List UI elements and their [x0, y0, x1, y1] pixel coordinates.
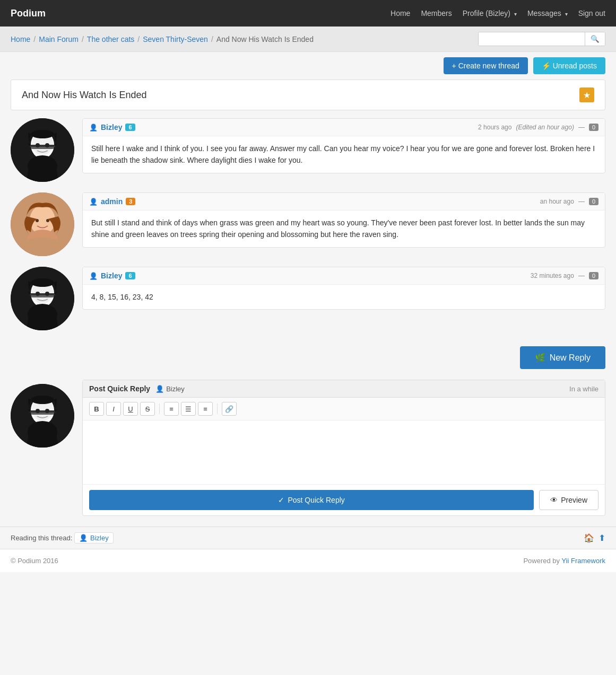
user-icon: 👤 — [89, 272, 98, 280]
breadcrumb-home[interactable]: Home — [11, 35, 30, 43]
home-icon[interactable]: 🏠 — [584, 533, 594, 543]
reading-username: Bizley — [90, 534, 109, 542]
reply-editor[interactable] — [83, 420, 605, 484]
post-bubble: 👤 Bizley 6 2 hours ago (Edited an hour a… — [82, 118, 605, 173]
svg-rect-19 — [29, 293, 56, 295]
brand: Podium — [11, 8, 46, 19]
post-number: 0 — [589, 198, 598, 205]
svg-point-30 — [45, 409, 49, 413]
post-time: 2 hours ago — [478, 124, 511, 131]
strikethrough-button[interactable]: S — [140, 402, 155, 416]
editor-toolbar: B I U S ≡ ☰ ≡ 🔗 — [83, 398, 605, 420]
post-content: Still here I wake and I think of you. I … — [83, 136, 605, 173]
nav-signout[interactable]: Sign out — [578, 9, 605, 17]
qr-title: Post Quick Reply — [89, 384, 150, 393]
qr-time: In a while — [569, 385, 598, 393]
svg-point-5 — [36, 143, 40, 147]
link-button[interactable]: 🔗 — [222, 402, 237, 416]
qr-user: 👤 Bizley — [155, 385, 185, 393]
check-icon: ✓ — [278, 496, 284, 504]
breadcrumb-other-cats[interactable]: The other cats — [87, 35, 135, 43]
post-author: 👤 admin 3 — [89, 197, 135, 206]
table-row: 👤 admin 3 an hour ago — 0 But still I st… — [11, 192, 605, 256]
svg-point-8 — [31, 130, 54, 138]
quick-reply-row: Post Quick Reply 👤 Bizley In a while B I… — [0, 380, 616, 516]
breadcrumb-sep-1: / — [33, 35, 36, 43]
eye-icon: 👁 — [550, 496, 558, 504]
nav-profile[interactable]: Profile (Bizley) ▾ — [463, 9, 517, 17]
breadcrumb: Home / Main Forum / The other cats / Sev… — [11, 35, 314, 43]
breadcrumb-bar: Home / Main Forum / The other cats / Sev… — [0, 27, 616, 52]
post-meta-sep: — — [578, 198, 585, 205]
profile-dropdown-icon: ▾ — [514, 11, 517, 17]
avatar — [11, 192, 74, 256]
svg-rect-28 — [29, 410, 56, 413]
username[interactable]: Bizley — [101, 271, 122, 280]
preview-button[interactable]: 👁 Preview — [539, 490, 598, 510]
new-reply-button[interactable]: 🌿 New Reply — [520, 346, 605, 369]
post-number: 0 — [589, 124, 598, 131]
reading-label-area: Reading this thread: 👤 Bizley — [11, 532, 114, 543]
bold-button[interactable]: B — [89, 402, 104, 416]
nav-messages[interactable]: Messages ▾ — [527, 9, 568, 17]
post-content: But still I stand and think of days when… — [83, 211, 605, 247]
underline-button[interactable]: U — [123, 402, 138, 416]
post-time: an hour ago — [540, 198, 574, 205]
post-edited: (Edited an hour ago) — [516, 124, 574, 131]
up-icon[interactable]: ⬆ — [598, 533, 605, 543]
reading-icons: 🏠 ⬆ — [584, 533, 605, 543]
new-reply-bar: 🌿 New Reply — [0, 341, 616, 374]
post-header: 👤 Bizley 6 2 hours ago (Edited an hour a… — [83, 119, 605, 136]
search-button[interactable]: 🔍 — [585, 32, 605, 46]
breadcrumb-sep-3: / — [137, 35, 140, 43]
qr-header: Post Quick Reply 👤 Bizley In a while — [83, 380, 605, 398]
search-input[interactable] — [479, 32, 585, 46]
post-meta-sep: — — [578, 272, 585, 279]
svg-rect-4 — [29, 145, 56, 147]
leaf-icon: 🌿 — [535, 353, 545, 363]
avatar — [11, 118, 74, 182]
breadcrumb-seven-thirty-seven[interactable]: Seven Thirty-Seven — [143, 35, 208, 43]
powered-by: Powered by Yii Framework — [523, 557, 605, 565]
unordered-list-button[interactable]: ☰ — [181, 402, 196, 416]
qr-username: Bizley — [166, 385, 185, 393]
post-author: 👤 Bizley 6 — [89, 123, 135, 132]
quick-reply-box: Post Quick Reply 👤 Bizley In a while B I… — [82, 380, 605, 516]
action-bar: + Create new thread ⚡ Unread posts — [0, 52, 616, 80]
reading-label: Reading this thread: — [11, 534, 72, 542]
create-thread-button[interactable]: + Create new thread — [444, 57, 528, 74]
nav-menu: Home Members Profile (Bizley) ▾ Messages… — [391, 9, 605, 17]
framework-link[interactable]: Yii Framework — [561, 557, 605, 565]
post-bubble: 👤 Bizley 6 32 minutes ago — 0 4, 8, 15, … — [82, 267, 605, 310]
qr-user-icon: 👤 — [155, 385, 164, 393]
ordered-list-button[interactable]: ≡ — [164, 402, 179, 416]
nav-members[interactable]: Members — [421, 9, 452, 17]
copyright: © Podium 2016 — [11, 557, 58, 565]
svg-point-32 — [31, 396, 54, 404]
breadcrumb-sep-4: / — [211, 35, 213, 43]
search-box: 🔍 — [478, 32, 605, 46]
star-badge: ★ — [579, 87, 594, 102]
post-content: 4, 8, 15, 16, 23, 42 — [83, 285, 605, 309]
thread-title: And Now His Watch Is Ended — [22, 90, 146, 101]
breadcrumb-main-forum[interactable]: Main Forum — [39, 35, 79, 43]
username[interactable]: Bizley — [101, 123, 122, 132]
nav-home[interactable]: Home — [391, 9, 410, 17]
unread-posts-button[interactable]: ⚡ Unread posts — [533, 57, 605, 74]
post-quick-reply-button[interactable]: ✓ Post Quick Reply — [89, 490, 534, 510]
qr-footer: ✓ Post Quick Reply 👁 Preview — [83, 484, 605, 515]
qr-title-area: Post Quick Reply 👤 Bizley — [89, 384, 185, 393]
toolbar-separator-2 — [217, 404, 218, 414]
reading-user-icon: 👤 — [79, 534, 88, 542]
table-row: 👤 Bizley 6 32 minutes ago — 0 4, 8, 15, … — [11, 267, 605, 330]
post-bubble: 👤 admin 3 an hour ago — 0 But still I st… — [82, 192, 605, 248]
avatar — [11, 384, 74, 448]
svg-point-20 — [36, 292, 40, 296]
level-badge: 6 — [125, 124, 135, 131]
align-button[interactable]: ≡ — [198, 402, 213, 416]
svg-point-29 — [36, 409, 40, 413]
user-icon: 👤 — [89, 124, 98, 132]
reading-bar: Reading this thread: 👤 Bizley 🏠 ⬆ — [0, 527, 616, 549]
italic-button[interactable]: I — [106, 402, 121, 416]
username[interactable]: admin — [101, 197, 123, 206]
